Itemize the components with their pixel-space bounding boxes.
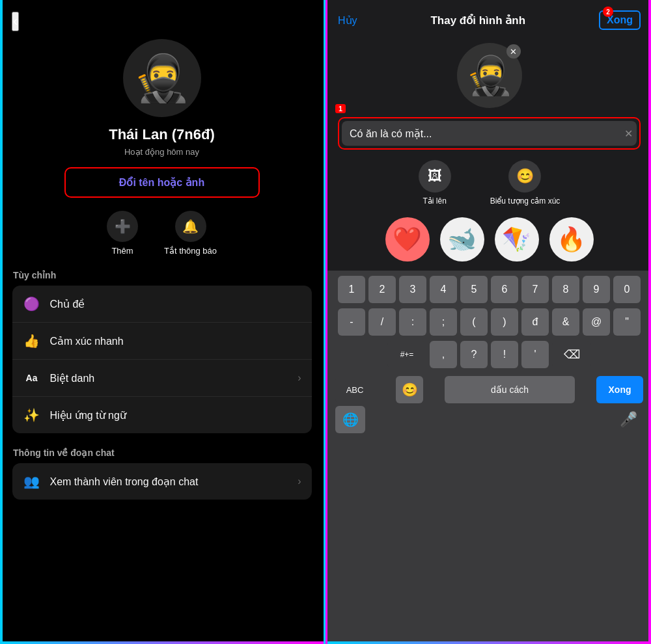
left-panel: ‹ 🥷 Thái Lan (7n6đ) Hoạt động hôm nay Đổ… bbox=[0, 0, 326, 644]
effects-label: Hiệu ứng từ ngữ bbox=[50, 409, 126, 422]
space-key[interactable]: dấu cách bbox=[445, 376, 575, 403]
key-1[interactable]: 1 bbox=[338, 276, 365, 303]
emoji-fire[interactable]: 🔥 bbox=[549, 217, 594, 262]
key-at[interactable]: @ bbox=[583, 308, 610, 336]
globe-key[interactable]: 🌐 bbox=[335, 406, 365, 433]
theme-label: Chủ đề bbox=[50, 298, 85, 310]
keyboard: 1 2 3 4 5 6 7 8 9 0 - / : ; ( ) đ & @ " … bbox=[327, 271, 651, 644]
key-6[interactable]: 6 bbox=[491, 276, 518, 303]
reaction-label: Cảm xúc nhanh bbox=[50, 335, 124, 347]
key-apostrophe[interactable]: ' bbox=[521, 341, 549, 368]
add-label: Thêm bbox=[111, 246, 133, 256]
key-2[interactable]: 2 bbox=[368, 276, 396, 303]
menu-item-reaction[interactable]: 👍 Cảm xúc nhanh bbox=[12, 323, 312, 360]
theme-icon: 🟣 bbox=[23, 295, 41, 313]
key-slash[interactable]: / bbox=[368, 308, 396, 336]
reaction-icon: 👍 bbox=[23, 332, 41, 350]
notify-label: Tắt thông báo bbox=[164, 246, 217, 256]
right-panel: Hủy Thay đổi hình ảnh Xong 2 🥷 ✕ 1 ✕ 🖼 T… bbox=[326, 0, 651, 644]
emoji-kite[interactable]: 🪁 bbox=[495, 217, 539, 262]
effects-icon: ✨ bbox=[23, 406, 41, 424]
key-d[interactable]: đ bbox=[521, 308, 549, 336]
key-8[interactable]: 8 bbox=[552, 276, 579, 303]
avatar-close-button[interactable]: ✕ bbox=[506, 44, 521, 59]
nickname-icon: Aa bbox=[23, 369, 41, 387]
name-input-section: 1 ✕ bbox=[338, 117, 641, 150]
avatar-edit[interactable]: 🥷 ✕ bbox=[457, 43, 522, 108]
key-comma[interactable]: , bbox=[430, 341, 457, 368]
key-amp[interactable]: & bbox=[552, 308, 579, 336]
user-name: Thái Lan (7n6đ) bbox=[109, 126, 215, 143]
key-row-numbers: 1 2 3 4 5 6 7 8 9 0 bbox=[330, 276, 648, 303]
avatar-edit-section: 🥷 ✕ bbox=[327, 43, 651, 108]
name-input[interactable] bbox=[342, 121, 637, 146]
backspace-key[interactable]: ⌫ bbox=[552, 341, 591, 368]
chat-info-title: Thông tin về đoạn chat bbox=[13, 448, 115, 458]
menu-item-members[interactable]: 👥 Xem thành viên trong đoạn chat › bbox=[12, 463, 312, 500]
customize-title: Tùy chỉnh bbox=[13, 270, 56, 280]
key-emoji[interactable]: 😊 bbox=[396, 376, 423, 403]
badge-1: 1 bbox=[335, 104, 346, 113]
done-key[interactable]: Xong bbox=[596, 376, 643, 403]
chat-info-menu: 👥 Xem thành viên trong đoạn chat › bbox=[12, 463, 312, 500]
cancel-button[interactable]: Hủy bbox=[338, 14, 357, 27]
emoji-heart[interactable]: ❤️ bbox=[385, 217, 430, 262]
emoji-media-button[interactable]: 😊 Biểu tượng cảm xúc bbox=[490, 160, 561, 206]
key-row-globe-mic: 🌐 🎤 bbox=[330, 406, 648, 433]
key-9[interactable]: 9 bbox=[583, 276, 610, 303]
key-semi[interactable]: ; bbox=[430, 308, 457, 336]
media-buttons: 🖼 Tải lên 😊 Biểu tượng cảm xúc bbox=[327, 160, 651, 206]
header-title: Thay đổi hình ảnh bbox=[430, 14, 525, 27]
key-quote[interactable]: " bbox=[613, 308, 641, 336]
key-3[interactable]: 3 bbox=[399, 276, 426, 303]
key-open-paren[interactable]: ( bbox=[460, 308, 488, 336]
left-border bbox=[0, 0, 3, 644]
edit-name-photo-button[interactable]: Đổi tên hoặc ảnh bbox=[64, 167, 260, 198]
key-row-symbols: - / : ; ( ) đ & @ " bbox=[330, 308, 648, 336]
menu-item-effects[interactable]: ✨ Hiệu ứng từ ngữ bbox=[12, 397, 312, 433]
right-header: Hủy Thay đổi hình ảnh Xong 2 bbox=[327, 0, 651, 36]
menu-item-theme[interactable]: 🟣 Chủ đề bbox=[12, 286, 312, 323]
key-5[interactable]: 5 bbox=[460, 276, 488, 303]
emoji-icon: 😊 bbox=[508, 160, 541, 193]
mic-key[interactable]: 🎤 bbox=[613, 406, 643, 433]
key-4[interactable]: 4 bbox=[430, 276, 457, 303]
notify-button[interactable]: 🔔 Tắt thông báo bbox=[164, 211, 217, 256]
key-abc[interactable]: ABC bbox=[335, 376, 374, 403]
key-question[interactable]: ? bbox=[460, 341, 488, 368]
back-button[interactable]: ‹ bbox=[12, 12, 19, 31]
key-row-bottom: ABC 😊 dấu cách Xong bbox=[330, 373, 648, 406]
add-icon: ➕ bbox=[107, 211, 138, 242]
key-exclaim[interactable]: ! bbox=[491, 341, 518, 368]
right-bottom-border bbox=[327, 641, 651, 644]
key-close-paren[interactable]: ) bbox=[491, 308, 518, 336]
upload-icon: 🖼 bbox=[419, 160, 451, 193]
key-row-more: #+= , ? ! ' ⌫ bbox=[330, 341, 648, 368]
key-hash-plus[interactable]: #+= bbox=[387, 341, 426, 368]
key-colon[interactable]: : bbox=[399, 308, 426, 336]
key-7[interactable]: 7 bbox=[521, 276, 549, 303]
chevron-icon: › bbox=[298, 372, 301, 384]
key-0[interactable]: 0 bbox=[613, 276, 641, 303]
menu-item-nickname[interactable]: Aa Biệt danh › bbox=[12, 360, 312, 397]
upload-button[interactable]: 🖼 Tải lên bbox=[419, 160, 451, 206]
emoji-label: Biểu tượng cảm xúc bbox=[490, 196, 561, 206]
user-status: Hoạt động hôm nay bbox=[124, 147, 199, 157]
bell-icon: 🔔 bbox=[175, 211, 206, 242]
key-dash[interactable]: - bbox=[338, 308, 365, 336]
emoji-row: ❤️ 🐋 🪁 🔥 bbox=[327, 217, 651, 262]
emoji-whale[interactable]: 🐋 bbox=[440, 217, 484, 262]
add-button[interactable]: ➕ Thêm bbox=[107, 211, 138, 256]
nickname-label: Biệt danh bbox=[50, 372, 95, 384]
customize-menu: 🟣 Chủ đề 👍 Cảm xúc nhanh Aa Biệt danh › … bbox=[12, 286, 312, 433]
members-label: Xem thành viên trong đoạn chat bbox=[50, 476, 199, 488]
bottom-border bbox=[0, 641, 324, 644]
action-buttons: ➕ Thêm 🔔 Tắt thông báo bbox=[107, 211, 217, 256]
upload-label: Tải lên bbox=[422, 196, 446, 206]
members-chevron: › bbox=[298, 476, 301, 487]
input-clear-button[interactable]: ✕ bbox=[624, 127, 633, 140]
avatar: 🥷 bbox=[123, 39, 201, 117]
members-icon: 👥 bbox=[23, 472, 41, 490]
badge-2: 2 bbox=[603, 7, 613, 17]
